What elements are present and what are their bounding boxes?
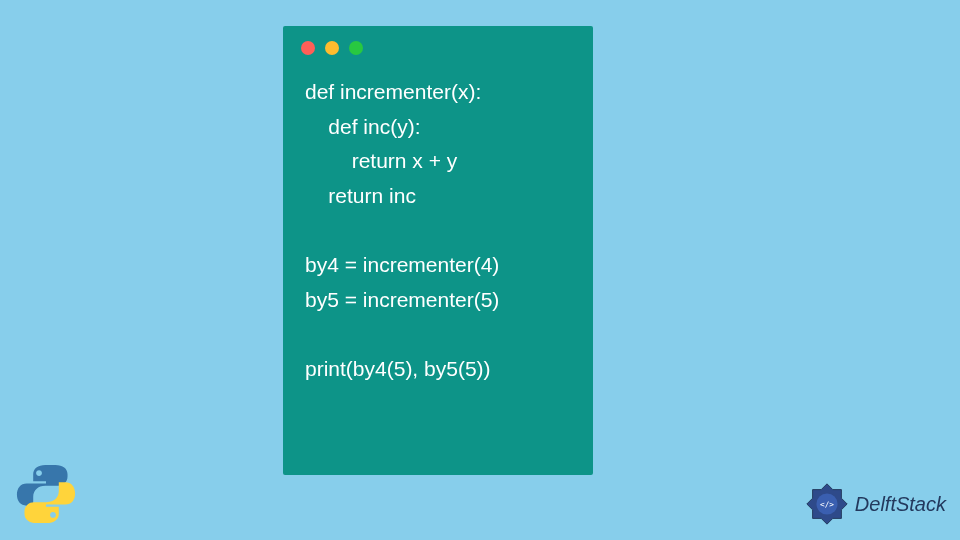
- delftstack-badge-icon: </>: [803, 480, 851, 528]
- code-line: by5 = incrementer(5): [305, 288, 499, 311]
- code-line: def inc(y):: [305, 115, 421, 138]
- code-window: def incrementer(x): def inc(y): return x…: [283, 26, 593, 475]
- code-content: def incrementer(x): def inc(y): return x…: [283, 63, 593, 387]
- python-logo-icon: [14, 462, 78, 526]
- svg-text:</>: </>: [820, 500, 834, 509]
- maximize-dot-icon: [349, 41, 363, 55]
- code-line: print(by4(5), by5(5)): [305, 357, 491, 380]
- window-controls: [283, 26, 593, 63]
- brand-name: DelftStack: [855, 493, 946, 516]
- code-line: return inc: [305, 184, 416, 207]
- code-line: by4 = incrementer(4): [305, 253, 499, 276]
- delftstack-logo: </> DelftStack: [803, 480, 946, 528]
- code-line: return x + y: [305, 149, 457, 172]
- close-dot-icon: [301, 41, 315, 55]
- minimize-dot-icon: [325, 41, 339, 55]
- code-line: def incrementer(x):: [305, 80, 481, 103]
